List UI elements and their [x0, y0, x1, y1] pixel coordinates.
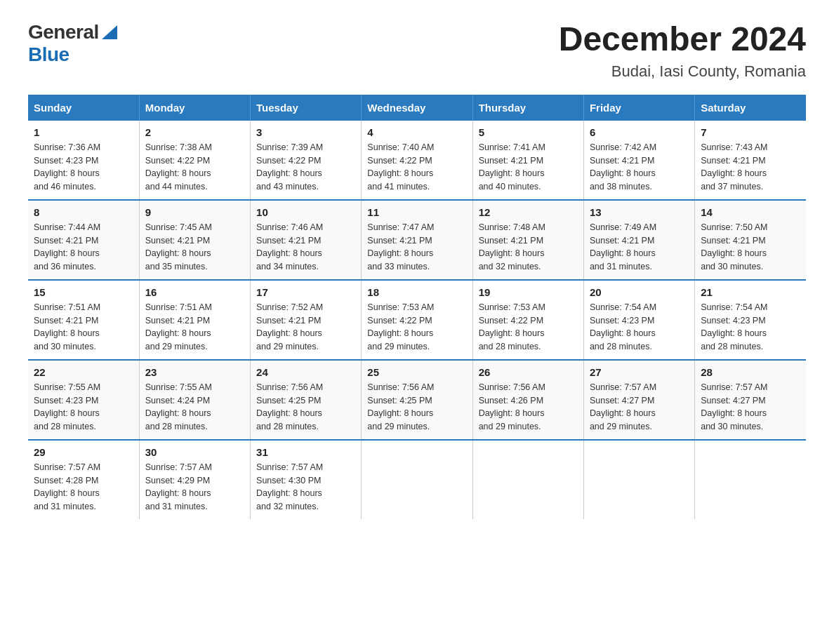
col-saturday: Saturday: [695, 95, 806, 121]
day-info: Sunrise: 7:53 AM Sunset: 4:22 PM Dayligh…: [367, 301, 466, 354]
table-row: 15 Sunrise: 7:51 AM Sunset: 4:21 PM Dayl…: [28, 280, 139, 360]
day-number: 14: [701, 206, 800, 218]
day-number: 8: [34, 206, 133, 218]
table-row: [472, 440, 583, 519]
day-info: Sunrise: 7:50 AM Sunset: 4:21 PM Dayligh…: [701, 221, 800, 274]
day-info: Sunrise: 7:47 AM Sunset: 4:21 PM Dayligh…: [367, 221, 466, 274]
table-row: 12 Sunrise: 7:48 AM Sunset: 4:21 PM Dayl…: [472, 200, 583, 280]
table-row: 5 Sunrise: 7:41 AM Sunset: 4:21 PM Dayli…: [472, 121, 583, 200]
col-tuesday: Tuesday: [251, 95, 362, 121]
table-row: 9 Sunrise: 7:45 AM Sunset: 4:21 PM Dayli…: [139, 200, 250, 280]
day-info: Sunrise: 7:54 AM Sunset: 4:23 PM Dayligh…: [590, 301, 689, 354]
table-row: 3 Sunrise: 7:39 AM Sunset: 4:22 PM Dayli…: [251, 121, 362, 200]
day-number: 29: [34, 446, 133, 458]
day-number: 20: [590, 286, 689, 298]
table-row: 30 Sunrise: 7:57 AM Sunset: 4:29 PM Dayl…: [139, 440, 250, 519]
day-info: Sunrise: 7:52 AM Sunset: 4:21 PM Dayligh…: [256, 301, 355, 354]
day-number: 7: [701, 126, 800, 138]
day-info: Sunrise: 7:39 AM Sunset: 4:22 PM Dayligh…: [256, 141, 355, 194]
day-info: Sunrise: 7:57 AM Sunset: 4:28 PM Dayligh…: [34, 461, 133, 514]
day-info: Sunrise: 7:51 AM Sunset: 4:21 PM Dayligh…: [145, 301, 244, 354]
day-info: Sunrise: 7:40 AM Sunset: 4:22 PM Dayligh…: [367, 141, 466, 194]
table-row: 4 Sunrise: 7:40 AM Sunset: 4:22 PM Dayli…: [362, 121, 472, 200]
logo-general-text: General: [28, 21, 99, 43]
table-row: 31 Sunrise: 7:57 AM Sunset: 4:30 PM Dayl…: [251, 440, 362, 519]
day-info: Sunrise: 7:43 AM Sunset: 4:21 PM Dayligh…: [701, 141, 800, 194]
table-row: 7 Sunrise: 7:43 AM Sunset: 4:21 PM Dayli…: [695, 121, 806, 200]
day-info: Sunrise: 7:41 AM Sunset: 4:21 PM Dayligh…: [479, 141, 578, 194]
day-number: 23: [145, 366, 244, 378]
calendar-week-row: 1 Sunrise: 7:36 AM Sunset: 4:23 PM Dayli…: [28, 121, 806, 200]
calendar-week-row: 29 Sunrise: 7:57 AM Sunset: 4:28 PM Dayl…: [28, 440, 806, 519]
day-info: Sunrise: 7:57 AM Sunset: 4:27 PM Dayligh…: [590, 381, 689, 434]
day-info: Sunrise: 7:51 AM Sunset: 4:21 PM Dayligh…: [34, 301, 133, 354]
day-number: 22: [34, 366, 133, 378]
day-number: 2: [145, 126, 244, 138]
day-number: 24: [256, 366, 355, 378]
day-number: 5: [479, 126, 578, 138]
table-row: 17 Sunrise: 7:52 AM Sunset: 4:21 PM Dayl…: [251, 280, 362, 360]
day-number: 15: [34, 286, 133, 298]
table-row: 25 Sunrise: 7:56 AM Sunset: 4:25 PM Dayl…: [362, 360, 472, 440]
table-row: 8 Sunrise: 7:44 AM Sunset: 4:21 PM Dayli…: [28, 200, 139, 280]
table-row: [695, 440, 806, 519]
day-info: Sunrise: 7:56 AM Sunset: 4:25 PM Dayligh…: [367, 381, 466, 434]
table-row: 28 Sunrise: 7:57 AM Sunset: 4:27 PM Dayl…: [695, 360, 806, 440]
table-row: 13 Sunrise: 7:49 AM Sunset: 4:21 PM Dayl…: [583, 200, 694, 280]
day-number: 6: [590, 126, 689, 138]
day-number: 13: [590, 206, 689, 218]
page-header: General Blue December 2024 Budai, Iasi C…: [28, 21, 806, 81]
table-row: [362, 440, 472, 519]
day-info: Sunrise: 7:56 AM Sunset: 4:25 PM Dayligh…: [256, 381, 355, 434]
day-number: 12: [479, 206, 578, 218]
day-info: Sunrise: 7:57 AM Sunset: 4:27 PM Dayligh…: [701, 381, 800, 434]
day-info: Sunrise: 7:36 AM Sunset: 4:23 PM Dayligh…: [34, 141, 133, 194]
calendar-week-row: 15 Sunrise: 7:51 AM Sunset: 4:21 PM Dayl…: [28, 280, 806, 360]
day-number: 16: [145, 286, 244, 298]
day-info: Sunrise: 7:44 AM Sunset: 4:21 PM Dayligh…: [34, 221, 133, 274]
day-info: Sunrise: 7:55 AM Sunset: 4:23 PM Dayligh…: [34, 381, 133, 434]
table-row: 20 Sunrise: 7:54 AM Sunset: 4:23 PM Dayl…: [583, 280, 694, 360]
day-number: 18: [367, 286, 466, 298]
logo: General Blue: [28, 21, 117, 66]
day-number: 10: [256, 206, 355, 218]
table-row: 29 Sunrise: 7:57 AM Sunset: 4:28 PM Dayl…: [28, 440, 139, 519]
table-row: 23 Sunrise: 7:55 AM Sunset: 4:24 PM Dayl…: [139, 360, 250, 440]
calendar-week-row: 22 Sunrise: 7:55 AM Sunset: 4:23 PM Dayl…: [28, 360, 806, 440]
table-row: [583, 440, 694, 519]
table-row: 21 Sunrise: 7:54 AM Sunset: 4:23 PM Dayl…: [695, 280, 806, 360]
table-row: 6 Sunrise: 7:42 AM Sunset: 4:21 PM Dayli…: [583, 121, 694, 200]
day-number: 28: [701, 366, 800, 378]
table-row: 14 Sunrise: 7:50 AM Sunset: 4:21 PM Dayl…: [695, 200, 806, 280]
title-area: December 2024 Budai, Iasi County, Romani…: [559, 21, 806, 81]
day-info: Sunrise: 7:48 AM Sunset: 4:21 PM Dayligh…: [479, 221, 578, 274]
day-number: 17: [256, 286, 355, 298]
day-info: Sunrise: 7:42 AM Sunset: 4:21 PM Dayligh…: [590, 141, 689, 194]
calendar-week-row: 8 Sunrise: 7:44 AM Sunset: 4:21 PM Dayli…: [28, 200, 806, 280]
day-number: 30: [145, 446, 244, 458]
day-number: 26: [479, 366, 578, 378]
day-number: 19: [479, 286, 578, 298]
table-row: 1 Sunrise: 7:36 AM Sunset: 4:23 PM Dayli…: [28, 121, 139, 200]
table-row: 19 Sunrise: 7:53 AM Sunset: 4:22 PM Dayl…: [472, 280, 583, 360]
day-number: 25: [367, 366, 466, 378]
day-info: Sunrise: 7:49 AM Sunset: 4:21 PM Dayligh…: [590, 221, 689, 274]
day-number: 21: [701, 286, 800, 298]
month-title: December 2024: [559, 21, 806, 58]
table-row: 27 Sunrise: 7:57 AM Sunset: 4:27 PM Dayl…: [583, 360, 694, 440]
day-info: Sunrise: 7:55 AM Sunset: 4:24 PM Dayligh…: [145, 381, 244, 434]
table-row: 22 Sunrise: 7:55 AM Sunset: 4:23 PM Dayl…: [28, 360, 139, 440]
day-number: 3: [256, 126, 355, 138]
logo-blue-text: Blue: [28, 43, 70, 65]
col-friday: Friday: [583, 95, 694, 121]
day-number: 1: [34, 126, 133, 138]
location-subtitle: Budai, Iasi County, Romania: [559, 62, 806, 81]
day-info: Sunrise: 7:56 AM Sunset: 4:26 PM Dayligh…: [479, 381, 578, 434]
col-thursday: Thursday: [472, 95, 583, 121]
day-number: 27: [590, 366, 689, 378]
table-row: 2 Sunrise: 7:38 AM Sunset: 4:22 PM Dayli…: [139, 121, 250, 200]
calendar-table: Sunday Monday Tuesday Wednesday Thursday…: [28, 95, 806, 519]
table-row: 11 Sunrise: 7:47 AM Sunset: 4:21 PM Dayl…: [362, 200, 472, 280]
col-monday: Monday: [139, 95, 250, 121]
day-info: Sunrise: 7:57 AM Sunset: 4:30 PM Dayligh…: [256, 461, 355, 514]
